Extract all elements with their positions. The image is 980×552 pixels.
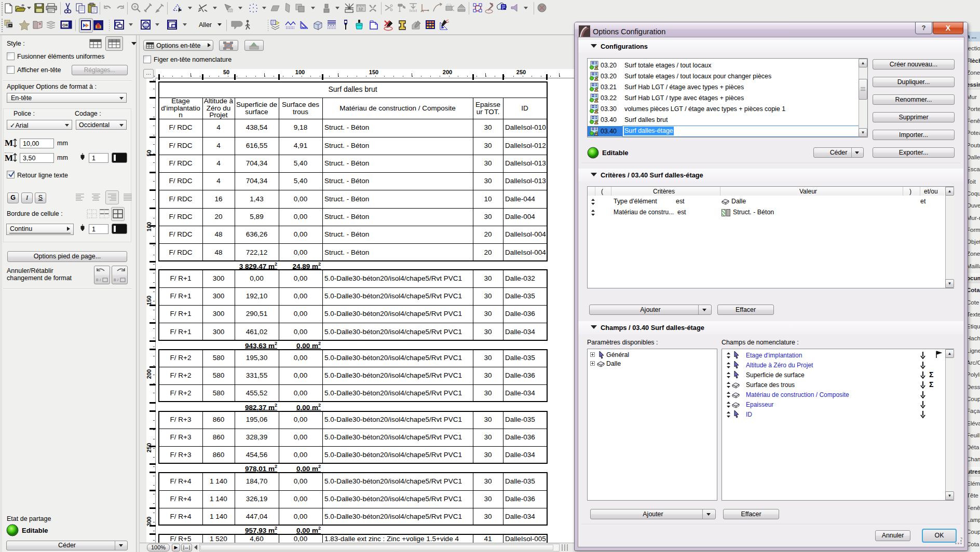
svg-text:B: B	[114, 278, 116, 282]
svg-text:B: B	[96, 278, 99, 282]
svg-text:I: I	[117, 278, 118, 282]
svg-text:OK: OK	[62, 23, 69, 27]
svg-text:I: I	[100, 278, 101, 282]
svg-text:12: 12	[359, 7, 363, 11]
